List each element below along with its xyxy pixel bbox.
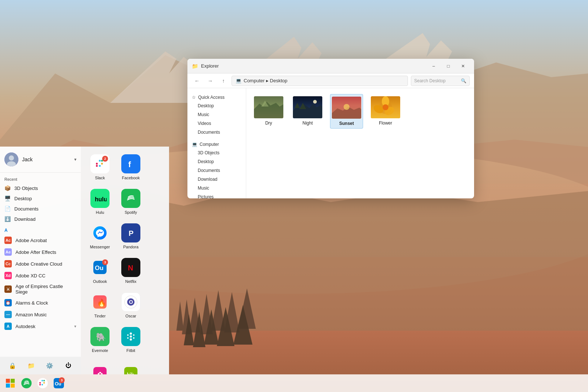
search-box[interactable]: Search Desktop 🔍	[411, 76, 470, 86]
file-dry[interactable]: Dry	[252, 94, 285, 129]
app-adobe-acrobat[interactable]: Ac Adobe Acrobat	[0, 234, 81, 246]
app-amazon-music[interactable]: — Amazon Music	[0, 309, 81, 320]
oscar-label: Oscar	[125, 314, 136, 319]
app-adobe-cc[interactable]: Cc Adobe Creative Cloud	[0, 258, 81, 270]
back-button[interactable]: ←	[192, 76, 202, 86]
pinned-spotify[interactable]: Spotify	[116, 186, 146, 219]
sidebar-item-pictures[interactable]: Pictures	[187, 193, 246, 198]
pinned-slack[interactable]: 2 Slack	[85, 151, 115, 184]
start-button[interactable]	[3, 376, 18, 391]
app-adobe-after-effects[interactable]: Ae Adobe After Effects	[0, 246, 81, 258]
evernote-icon: 🐘	[90, 327, 110, 346]
explorer-toolbar: ← → ↑ 💻 Computer ▸ Desktop Search Deskto…	[187, 73, 474, 88]
svg-marker-18	[193, 312, 205, 347]
svg-rect-92	[43, 382, 45, 384]
sidebar-item-desktop[interactable]: Desktop	[187, 101, 246, 110]
pinned-evernote[interactable]: 🐘 Evernote	[85, 324, 115, 357]
power-button[interactable]: ⏻	[62, 359, 75, 372]
pinned-outlook[interactable]: Ou 3 Outlook	[85, 255, 115, 288]
address-path: Computer ▸ Desktop	[244, 78, 287, 83]
svg-rect-49	[99, 165, 101, 167]
pinned-kik[interactable]: kik	[116, 358, 146, 374]
recent-item-download[interactable]: ⬇️ Download	[0, 214, 81, 224]
svg-rect-44	[96, 163, 98, 165]
sidebar-item-documents2[interactable]: Documents	[187, 166, 246, 175]
svg-point-70	[130, 332, 132, 335]
autodesk-expand: ▾	[74, 324, 76, 329]
settings-button[interactable]: ⚙️	[43, 359, 56, 372]
pinned-tinder[interactable]: 🔥 Tinder	[85, 289, 115, 322]
sidebar-item-videos[interactable]: Videos	[187, 119, 246, 128]
svg-rect-48	[101, 163, 103, 165]
close-button[interactable]: ✕	[456, 61, 470, 71]
sidebar-item-download[interactable]: Download	[187, 175, 246, 184]
file-sunset[interactable]: Sunset	[330, 94, 363, 129]
up-button[interactable]: ↑	[218, 76, 229, 86]
user-expand-icon: ▾	[74, 157, 76, 162]
svg-rect-84	[6, 384, 10, 388]
pandora-icon: P	[121, 223, 140, 242]
file-night[interactable]: Night	[291, 94, 324, 129]
star-icon: ☆	[192, 95, 196, 100]
app-autodesk[interactable]: A Autodesk ▾	[0, 320, 81, 332]
pinned-facebook[interactable]: f Facebook	[116, 151, 146, 184]
svg-marker-21	[233, 305, 252, 345]
start-user[interactable]: Jack ▾	[0, 147, 81, 173]
explorer-window: 📁 Explorer – □ ✕ ← → ↑ 💻 Computer ▸ Desk…	[187, 59, 474, 198]
svg-text:hulu: hulu	[95, 196, 107, 202]
app-label-cc: Adobe Creative Cloud	[15, 261, 62, 267]
hulu-icon: hulu	[90, 189, 110, 208]
pinned-netflix[interactable]: N Netflix	[116, 255, 146, 288]
pinned-messenger[interactable]: Messenger	[85, 220, 115, 253]
fitbit-icon	[121, 327, 140, 346]
pinned-oscar[interactable]: O Oscar	[116, 289, 146, 322]
forward-button[interactable]: →	[205, 76, 215, 86]
pinned-app-pink[interactable]: ✿	[85, 358, 115, 374]
file-label-flower: Flower	[379, 121, 392, 126]
window-controls: – □ ✕	[427, 61, 470, 71]
explorer-sidebar: ☆ Quick Access Desktop Music Videos Docu…	[187, 88, 246, 198]
tinder-icon: 🔥	[90, 292, 110, 312]
taskbar-spotify[interactable]	[19, 376, 34, 391]
svg-text:O: O	[129, 299, 133, 305]
address-bar[interactable]: 💻 Computer ▸ Desktop	[232, 76, 408, 86]
sidebar-item-documents[interactable]: Documents	[187, 128, 246, 137]
explorer-main: Dry Night	[246, 88, 474, 198]
svg-marker-20	[217, 307, 234, 346]
file-flower[interactable]: Flower	[369, 94, 402, 129]
letter-a: A	[0, 224, 81, 234]
recent-item-3dobjects[interactable]: 📦 3D Objects	[0, 183, 81, 193]
taskbar-outlook[interactable]: Ou 3	[51, 376, 66, 391]
address-icon: 💻	[236, 78, 241, 83]
slack-badge: 2	[102, 156, 108, 162]
app-adobe-xd[interactable]: Xd Adobe XD CC	[0, 270, 81, 281]
sidebar-item-3dobjects[interactable]: 3D Objects	[187, 148, 246, 157]
start-app-list: Jack ▾ Recent 📦 3D Objects 🖥️ Desktop 📄 …	[0, 147, 81, 374]
messenger-label: Messenger	[90, 245, 110, 249]
minimize-button[interactable]: –	[427, 61, 440, 71]
svg-marker-19	[204, 309, 219, 345]
svg-text:✿: ✿	[97, 371, 103, 374]
kik-icon: kik	[121, 364, 140, 374]
start-menu: Jack ▾ Recent 📦 3D Objects 🖥️ Desktop 📄 …	[0, 147, 169, 374]
svg-point-41	[9, 155, 14, 161]
sidebar-item-music[interactable]: Music	[187, 110, 246, 119]
recent-item-desktop[interactable]: 🖥️ Desktop	[0, 193, 81, 204]
recent-item-documents[interactable]: 📄 Documents	[0, 204, 81, 214]
taskbar-slack[interactable]	[35, 376, 50, 391]
taskbar: Ou 3	[0, 374, 588, 392]
svg-text:🐘: 🐘	[96, 332, 106, 342]
file-explorer-button[interactable]: 📁	[25, 359, 38, 372]
search-placeholder: Search Desktop	[414, 78, 445, 83]
app-alarms-clock[interactable]: ⏰ Alarms & Clock	[0, 297, 81, 309]
maximize-button[interactable]: □	[442, 61, 455, 71]
pinned-fitbit[interactable]: Fitbit	[116, 324, 146, 357]
lock-button[interactable]: 🔒	[6, 359, 19, 372]
outlook-label: Outlook	[93, 279, 107, 284]
pinned-hulu[interactable]: hulu Hulu	[85, 186, 115, 219]
pinned-pandora[interactable]: P Pandora	[116, 220, 146, 253]
sidebar-item-desktop2[interactable]: Desktop	[187, 157, 246, 166]
clock-icon: ⏰	[4, 299, 12, 306]
sidebar-item-music2[interactable]: Music	[187, 184, 246, 193]
app-age-of-empires[interactable]: ⚔ Age of Empires Castle Siege	[0, 281, 81, 297]
